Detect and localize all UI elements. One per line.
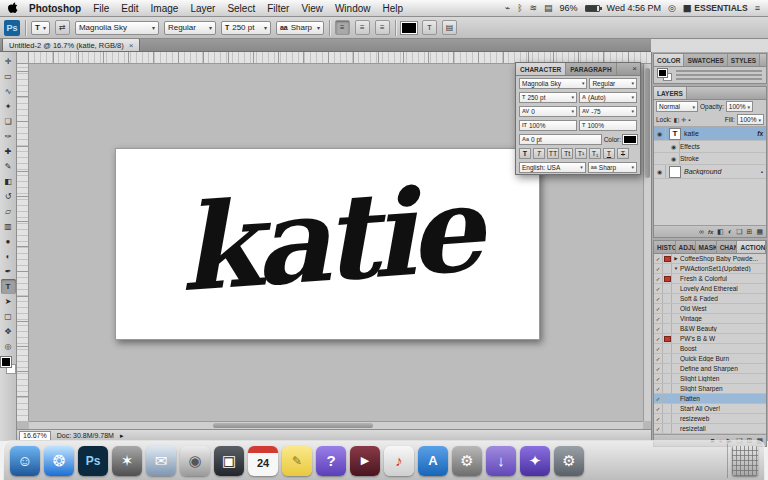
action-row[interactable]: ✓ B&W Beauty — [654, 324, 766, 334]
history-brush-tool[interactable]: ↺ — [1, 189, 16, 204]
action-row[interactable]: ✓ Vintage — [654, 314, 766, 324]
language-select[interactable]: English: USA ▾ — [519, 162, 586, 173]
action-row[interactable]: ✓ Fresh & Colorful — [654, 274, 766, 284]
action-check-icon[interactable]: ✓ — [654, 424, 663, 433]
scrollbar-thumb[interactable] — [213, 423, 373, 428]
anti-alias-select[interactable]: aa Sharp ▾ — [276, 21, 324, 35]
toggle-panels-button[interactable]: ▤ — [442, 20, 457, 35]
dialog-toggle-icon[interactable] — [663, 354, 672, 363]
dialog-toggle-icon[interactable] — [663, 404, 672, 413]
action-check-icon[interactable]: ✓ — [654, 414, 663, 423]
status-icon-bluetooth[interactable]: ᛒ — [517, 3, 522, 13]
dialog-toggle-icon[interactable] — [663, 314, 672, 323]
layer-fx-badge[interactable]: fx — [757, 130, 766, 137]
dock-preferences-icon[interactable]: ⚙ — [554, 446, 584, 476]
vertical-scale-field[interactable]: IT 100% — [519, 120, 577, 131]
foreground-color-swatch[interactable] — [658, 69, 667, 77]
zoom-level-field[interactable]: 16.67% — [19, 431, 51, 441]
brush-tool[interactable]: ✎ — [1, 159, 16, 174]
tracking-field[interactable]: AV -75 ▾ — [579, 106, 637, 117]
menu-item-image[interactable]: Image — [150, 3, 180, 14]
dock-preview-icon[interactable]: ◉ — [180, 446, 210, 476]
dock-utilities-icon[interactable]: ⚙ — [452, 446, 482, 476]
action-row[interactable]: ✓ Soft & Faded — [654, 294, 766, 304]
dialog-toggle-icon[interactable] — [663, 304, 672, 313]
strikethrough-button[interactable]: T — [617, 148, 629, 159]
new-layer-icon[interactable]: ⊞ — [747, 228, 753, 236]
dock-launchpad-icon[interactable]: ✶ — [112, 446, 142, 476]
quick-select-tool[interactable]: ✦ — [1, 99, 16, 114]
dialog-toggle-icon[interactable] — [663, 274, 672, 283]
visibility-eye-icon[interactable]: ◉ — [668, 153, 680, 164]
action-check-icon[interactable]: ✓ — [654, 334, 663, 343]
app-bar-menu-icon[interactable]: ≡ — [755, 3, 760, 13]
ruler-corner[interactable] — [17, 52, 29, 64]
tab-color[interactable]: COLOR — [654, 54, 684, 66]
dock-calendar-icon[interactable]: 24 — [248, 446, 278, 476]
vertical-ruler[interactable] — [17, 64, 29, 421]
lock-position-icon[interactable]: ✛ — [681, 116, 686, 123]
document-tab[interactable]: Untitled-2 @ 16.7% (katie, RGB/8) × — [2, 38, 140, 51]
dodge-tool[interactable]: ◐ — [1, 249, 16, 264]
lock-transparency-icon[interactable]: ◧ — [674, 116, 680, 123]
subscript-button[interactable]: T₁ — [589, 148, 601, 159]
action-check-icon[interactable]: ✓ — [654, 264, 663, 273]
dialog-toggle-icon[interactable] — [663, 374, 672, 383]
leading-field[interactable]: A (Auto) ▾ — [579, 92, 637, 103]
action-row[interactable]: ✓ Boost — [654, 344, 766, 354]
dock-app-store-icon[interactable]: A — [418, 446, 448, 476]
action-row[interactable]: ✓ Slight Sharpen — [654, 384, 766, 394]
battery-icon[interactable] — [585, 5, 600, 12]
faux-bold-button[interactable]: T — [519, 148, 531, 159]
tool-preset-picker[interactable]: T ▾ — [31, 21, 50, 35]
dock-photo-booth-icon[interactable]: ▣ — [214, 446, 244, 476]
blend-mode-select[interactable]: Normal ▾ — [656, 101, 698, 112]
tab-styles[interactable]: STYLES — [728, 54, 760, 66]
action-check-icon[interactable]: ✓ — [654, 314, 663, 323]
fill-field[interactable]: 100% ▾ — [737, 114, 764, 125]
underline-button[interactable]: T — [603, 148, 615, 159]
menu-item-select[interactable]: Select — [226, 3, 256, 14]
canvas-text[interactable]: katie — [174, 158, 481, 317]
close-panel-icon[interactable]: × — [629, 63, 640, 75]
warp-text-button[interactable]: T — [422, 20, 437, 35]
effects-row[interactable]: ◉ Effects — [654, 141, 766, 153]
dock-sparkle-icon[interactable]: ✦ — [520, 446, 550, 476]
tab-paragraph[interactable]: PARAGRAPH — [566, 63, 616, 75]
action-row[interactable]: ✓ Start All Over! — [654, 404, 766, 414]
menu-clock[interactable]: Wed 4:56 PM — [607, 3, 661, 13]
clone-stamp-tool[interactable]: ◧ — [1, 174, 16, 189]
action-row[interactable]: ✓ Define and Sharpen — [654, 364, 766, 374]
action-row[interactable]: ✓ Quick Edge Burn — [654, 354, 766, 364]
layer-row-background[interactable]: ◉ Background ▪ — [654, 165, 766, 179]
tab-character[interactable]: CHARACTER — [516, 63, 566, 75]
text-color-swatch[interactable] — [401, 22, 417, 34]
action-check-icon[interactable]: ✓ — [654, 324, 663, 333]
font-family-select[interactable]: Magnolia Sky ▾ — [75, 21, 159, 35]
adjustment-layer-icon[interactable]: ◐ — [728, 228, 732, 235]
dock-mail-icon[interactable]: ✉ — [146, 446, 176, 476]
dialog-toggle-icon[interactable] — [663, 344, 672, 353]
dialog-toggle-icon[interactable] — [663, 424, 672, 433]
tab-actions[interactable]: ACTIONS — [737, 241, 766, 253]
action-check-icon[interactable]: ✓ — [654, 404, 663, 413]
close-tab-icon[interactable]: × — [129, 41, 134, 50]
superscript-button[interactable]: T¹ — [575, 148, 587, 159]
visibility-eye-icon[interactable]: ◉ — [654, 165, 666, 178]
delete-layer-icon[interactable]: ▦ — [756, 228, 763, 236]
align-right-button[interactable]: ≡ — [375, 20, 390, 35]
action-row[interactable]: ✓ Lovely And Ethereal — [654, 284, 766, 294]
font-style-select[interactable]: Regular ▾ — [589, 78, 637, 89]
font-size-select[interactable]: T 250 pt ▾ — [221, 21, 271, 35]
expand-arrow-icon[interactable]: ▶ — [672, 256, 680, 261]
dock-help-icon[interactable]: ? — [316, 446, 346, 476]
action-check-icon[interactable]: ✓ — [654, 394, 663, 403]
status-icon-display[interactable]: ▤ — [544, 3, 553, 13]
tab-history[interactable]: HISTO — [654, 241, 676, 253]
color-swatch-pair[interactable] — [658, 69, 672, 81]
action-check-icon[interactable]: ✓ — [654, 364, 663, 373]
dialog-toggle-icon[interactable] — [663, 294, 672, 303]
menu-item-help[interactable]: Help — [382, 3, 405, 14]
text-layer-thumbnail[interactable]: T — [669, 128, 681, 140]
tab-masks[interactable]: MASK — [696, 241, 717, 253]
